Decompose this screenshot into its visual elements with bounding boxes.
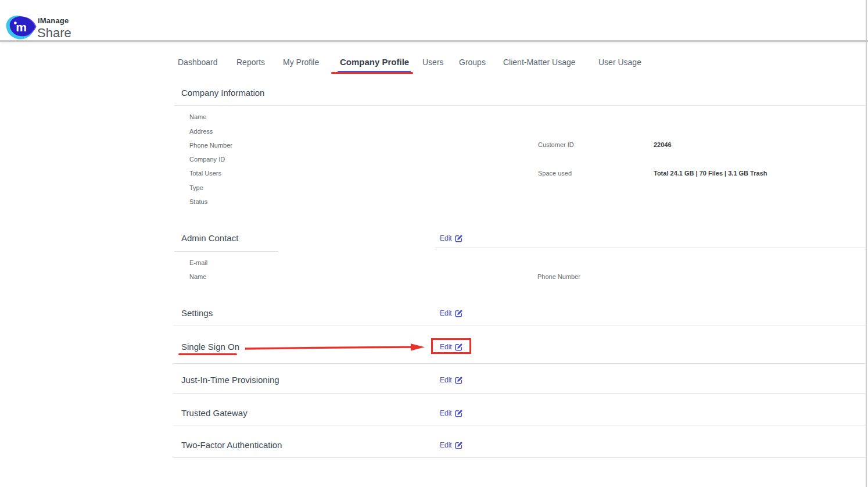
svg-text:m: m (16, 20, 27, 34)
